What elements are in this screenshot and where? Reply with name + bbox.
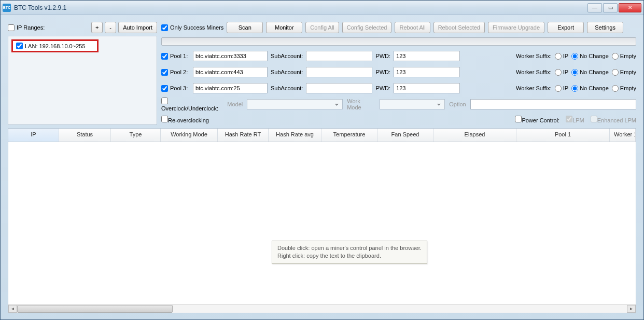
overclock-row: Overclock/Underclock: Model Work Mode Op… <box>161 98 636 111</box>
ip-ranges-checkbox[interactable] <box>8 24 15 31</box>
export-button[interactable]: Export <box>548 22 584 33</box>
scroll-right-arrow[interactable]: ► <box>627 305 636 313</box>
ws2-ip-radio[interactable] <box>555 69 562 76</box>
pool1-address-input[interactable] <box>193 51 268 61</box>
pool-row-3: Pool 3: SubAccount: PWD: Worker Suffix: … <box>161 81 636 95</box>
reboot-all-button[interactable]: Reboot All <box>395 22 430 33</box>
ws1-ip-radio[interactable] <box>555 53 562 60</box>
model-combo[interactable] <box>247 99 343 109</box>
toolbar: Only Success Miners Scan Monitor Config … <box>161 21 636 34</box>
ip-ranges-list[interactable]: LAN: 192.168.10.0~255 <box>8 36 157 125</box>
pool3-checkbox[interactable] <box>161 85 168 92</box>
col-status[interactable]: Status <box>59 129 111 142</box>
ws2-nochange-radio[interactable] <box>571 69 578 76</box>
window-controls: — ▭ ✕ <box>587 3 641 12</box>
ws2-empty-radio[interactable] <box>612 69 619 76</box>
top-section: IP Ranges: + - Auto Import LAN: 192.168.… <box>8 21 636 125</box>
work-mode-combo[interactable] <box>380 99 445 109</box>
table-header: IP Status Type Working Mode Hash Rate RT… <box>8 129 636 142</box>
pool1-subaccount-input[interactable] <box>306 51 372 61</box>
content: IP Ranges: + - Auto Import LAN: 192.168.… <box>1 15 643 319</box>
pool2-pwd-input[interactable] <box>394 67 460 77</box>
ip-range-item[interactable]: LAN: 192.168.10.0~255 <box>11 39 99 52</box>
worker-suffix-label-2: Worker Suffix: <box>516 69 552 75</box>
work-mode-label: Work Mode <box>347 98 375 110</box>
ip-range-label: LAN: 192.168.10.0~255 <box>25 43 86 49</box>
scan-button[interactable]: Scan <box>227 22 263 33</box>
ip-range-checkbox[interactable] <box>16 43 23 49</box>
col-temperature[interactable]: Temperature <box>321 129 377 142</box>
pool1-pwd-input[interactable] <box>394 51 460 61</box>
pool3-subaccount-input[interactable] <box>306 83 372 93</box>
scroll-thumb[interactable] <box>17 305 173 313</box>
ip-ranges-checkbox-label[interactable]: IP Ranges: <box>8 24 45 31</box>
remove-range-button[interactable]: - <box>105 22 116 33</box>
reoverclock-checkbox[interactable] <box>161 116 168 122</box>
ws1-empty-radio[interactable] <box>612 53 619 60</box>
table-body[interactable]: Double click: open a miner's control pan… <box>8 142 636 304</box>
window-title: BTC Tools v1.2.9.1 <box>14 4 587 11</box>
col-elapsed[interactable]: Elapsed <box>433 129 516 142</box>
app-icon: BTC <box>3 4 11 12</box>
add-range-button[interactable]: + <box>91 22 103 33</box>
pool2-pwd-label: PWD: <box>375 69 390 75</box>
col-hashrate-avg[interactable]: Hash Rate avg <box>269 129 321 142</box>
pool2-checkbox[interactable] <box>161 69 168 76</box>
progress-bar <box>161 37 636 46</box>
power-control-checkbox[interactable] <box>515 116 522 122</box>
miners-table: IP Status Type Working Mode Hash Rate RT… <box>8 128 636 313</box>
col-working-mode[interactable]: Working Mode <box>161 129 218 142</box>
model-label: Model <box>227 101 243 107</box>
settings-button[interactable]: Settings <box>587 22 623 33</box>
col-worker1[interactable]: Worker 1 <box>610 129 636 142</box>
pool1-checkbox[interactable] <box>161 53 168 60</box>
config-selected-button[interactable]: Config Selected <box>342 22 392 33</box>
help-tooltip: Double click: open a miner's control pan… <box>272 241 427 264</box>
pool3-address-input[interactable] <box>193 83 268 93</box>
col-type[interactable]: Type <box>111 129 161 142</box>
col-hashrate-rt[interactable]: Hash Rate RT <box>218 129 269 142</box>
close-button[interactable]: ✕ <box>619 3 641 12</box>
pool1-subaccount-label: SubAccount: <box>271 53 303 59</box>
overclock-checkbox[interactable] <box>161 98 168 104</box>
pool1-pwd-label: PWD: <box>375 53 390 59</box>
pool2-subaccount-input[interactable] <box>306 67 372 77</box>
horizontal-scrollbar[interactable]: ◄ ► <box>8 304 636 313</box>
option-input[interactable] <box>470 99 636 109</box>
config-all-button[interactable]: Config All <box>305 22 339 33</box>
worker-suffix-group-3: IP No Change Empty <box>555 85 636 92</box>
enhanced-lpm-checkbox[interactable] <box>591 116 597 122</box>
worker-suffix-group-1: IP No Change Empty <box>555 53 636 60</box>
ws1-nochange-radio[interactable] <box>571 53 578 60</box>
app-window: BTC BTC Tools v1.2.9.1 — ▭ ✕ IP Ranges: … <box>0 0 644 320</box>
only-success-label[interactable]: Only Success Miners <box>161 24 223 31</box>
ip-ranges-label: IP Ranges: <box>17 24 45 31</box>
titlebar[interactable]: BTC BTC Tools v1.2.9.1 — ▭ ✕ <box>1 1 643 15</box>
firmware-upgrade-button[interactable]: Firmware Upgrade <box>488 22 544 33</box>
option-label: Option <box>449 101 466 107</box>
maximize-button[interactable]: ▭ <box>603 3 618 12</box>
only-success-checkbox[interactable] <box>161 24 168 31</box>
lpm-checkbox[interactable] <box>566 116 572 122</box>
scroll-track[interactable] <box>17 305 627 313</box>
pool3-subaccount-label: SubAccount: <box>271 85 303 91</box>
scroll-left-arrow[interactable]: ◄ <box>8 305 17 313</box>
ws3-nochange-radio[interactable] <box>571 85 578 92</box>
reoverclock-row: Re-overclocking Power Control: LPM Enhan… <box>161 114 636 125</box>
auto-import-button[interactable]: Auto Import <box>118 22 157 33</box>
left-panel: IP Ranges: + - Auto Import LAN: 192.168.… <box>8 21 157 125</box>
pool-row-1: Pool 1: SubAccount: PWD: Worker Suffix: … <box>161 49 636 63</box>
minimize-button[interactable]: — <box>587 3 602 12</box>
right-panel: Only Success Miners Scan Monitor Config … <box>161 21 636 125</box>
pool2-address-input[interactable] <box>193 67 268 77</box>
worker-suffix-label-3: Worker Suffix: <box>516 85 552 91</box>
col-ip[interactable]: IP <box>8 129 59 142</box>
reboot-selected-button[interactable]: Reboot Selected <box>433 22 485 33</box>
ws3-ip-radio[interactable] <box>555 85 562 92</box>
monitor-button[interactable]: Monitor <box>266 22 302 33</box>
pool2-subaccount-label: SubAccount: <box>271 69 303 75</box>
col-fan-speed[interactable]: Fan Speed <box>377 129 433 142</box>
col-pool1[interactable]: Pool 1 <box>516 129 610 142</box>
ws3-empty-radio[interactable] <box>612 85 619 92</box>
pool3-pwd-input[interactable] <box>394 83 460 93</box>
